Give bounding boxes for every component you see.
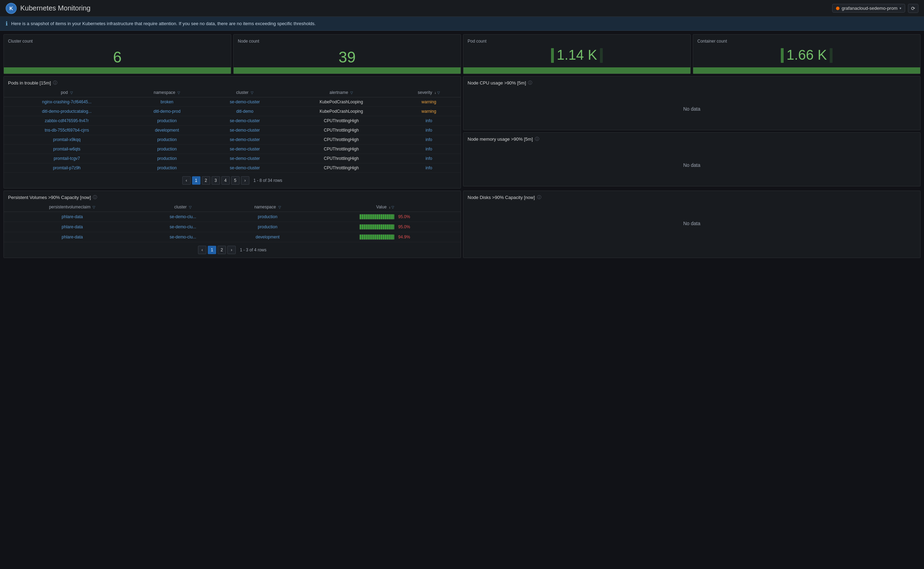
pvc-cell[interactable]: phlare-data (4, 222, 141, 232)
cluster-count-card: Cluster count 6 (3, 34, 231, 74)
pv-cluster-filter-icon[interactable]: ▽ (189, 205, 192, 209)
cluster-cell[interactable]: se-demo-cluster (204, 116, 286, 126)
progress-segment (389, 224, 391, 229)
table-row: zabbix-cdf476595-fn47r production se-dem… (4, 116, 461, 126)
pod-cell[interactable]: ditl-demo-productcatalog... (4, 107, 130, 116)
pv-panel-title: Persistent Volumes >90% Capacity [now] (8, 195, 91, 200)
pv-value-filter-icon[interactable]: ▽ (391, 205, 394, 209)
pods-col-alertname: alertname ▽ (285, 88, 397, 97)
pvc-cell[interactable]: phlare-data (4, 232, 141, 242)
datasource-selector[interactable]: grafanacloud-sedemo-prom ▾ (832, 4, 905, 12)
pv-page-next[interactable]: › (227, 246, 236, 254)
pv-page-1[interactable]: 1 (208, 246, 216, 254)
pv-value-sort-icon[interactable]: ↓ (389, 205, 390, 209)
pv-cluster-cell[interactable]: se-demo-clu... (141, 232, 225, 242)
alertname-cell: KubePodCrashLooping (285, 107, 397, 116)
pv-page-prev[interactable]: ‹ (198, 246, 206, 254)
pods-page-5[interactable]: 5 (231, 176, 239, 185)
progress-segment (368, 224, 370, 229)
namespace-cell[interactable]: ditl-demo-prod (130, 107, 204, 116)
severity-sort-icon[interactable]: ↓ (434, 91, 436, 94)
cluster-count-bar (4, 67, 231, 74)
namespace-cell[interactable]: production (130, 154, 204, 163)
table-row: promtail-x9kqq production se-demo-cluste… (4, 135, 461, 145)
progress-segment (376, 215, 378, 219)
node-cpu-info-icon[interactable]: ⓘ (528, 80, 532, 86)
pods-page-2[interactable]: 2 (202, 176, 210, 185)
refresh-button[interactable]: ⟳ (908, 4, 918, 13)
cluster-cell[interactable]: se-demo-cluster (204, 97, 286, 107)
cluster-cell[interactable]: se-demo-cluster (204, 126, 286, 135)
pv-namespace-cell[interactable]: production (225, 212, 310, 222)
namespace-cell[interactable]: production (130, 116, 204, 126)
node-memory-info-icon[interactable]: ⓘ (535, 136, 539, 142)
namespace-cell[interactable]: production (130, 145, 204, 154)
progress-segment (381, 234, 382, 239)
progress-bar (359, 234, 394, 240)
pods-page-next[interactable]: › (241, 176, 249, 185)
progress-segment (370, 234, 372, 239)
cluster-cell[interactable]: se-demo-cluster (204, 154, 286, 163)
cluster-cell[interactable]: se-demo-cluster (204, 145, 286, 154)
pods-page-4[interactable]: 4 (221, 176, 230, 185)
node-memory-panel: Node memory usage >90% [5m] ⓘ No data (463, 132, 921, 186)
cluster-filter-icon[interactable]: ▽ (251, 91, 254, 94)
pv-cluster-cell[interactable]: se-demo-clu... (141, 212, 225, 222)
node-disks-info-icon[interactable]: ⓘ (537, 195, 541, 200)
cluster-cell[interactable]: ditl-demo (204, 107, 286, 116)
pod-cell[interactable]: promtail-w6qts (4, 145, 130, 154)
progress-segment (387, 224, 389, 229)
right-panels: Node CPU usage >90% [5m] ⓘ No data Node … (463, 76, 921, 189)
namespace-cell[interactable]: production (130, 135, 204, 145)
pv-page-2[interactable]: 2 (218, 246, 226, 254)
pod-cell[interactable]: tns-db-755cf697b4-cjrrs (4, 126, 130, 135)
pods-col-pod: pod ▽ (4, 88, 130, 97)
progress-segment (362, 215, 364, 219)
table-row: phlare-data se-demo-clu... development 9… (4, 232, 461, 242)
namespace-filter-icon[interactable]: ▽ (177, 91, 180, 94)
pv-namespace-cell[interactable]: development (225, 232, 310, 242)
pod-cell[interactable]: promtail-x9kqq (4, 135, 130, 145)
namespace-cell[interactable]: broken (130, 97, 204, 107)
severity-cell: info (397, 116, 461, 126)
progress-segment (374, 215, 376, 219)
pods-panel-info-icon[interactable]: ⓘ (53, 80, 57, 86)
progress-segment (374, 234, 376, 239)
progress-segment (360, 234, 361, 239)
pv-info-icon[interactable]: ⓘ (93, 195, 97, 200)
pvc-cell[interactable]: phlare-data (4, 212, 141, 222)
pod-cell[interactable]: promtail-p7z9h (4, 163, 130, 173)
progress-segments (360, 215, 394, 219)
namespace-cell[interactable]: development (130, 126, 204, 135)
node-count-card: Node count 39 (233, 34, 461, 74)
progress-segment (366, 234, 368, 239)
pods-page-prev[interactable]: ‹ (182, 176, 191, 185)
progress-segment (387, 234, 389, 239)
pv-namespace-filter-icon[interactable]: ▽ (278, 205, 281, 209)
pv-cluster-cell[interactable]: se-demo-clu... (141, 222, 225, 232)
pod-filter-icon[interactable]: ▽ (70, 91, 73, 94)
progress-segment (374, 224, 376, 229)
node-disks-title: Node Disks >90% Capacity [now] (467, 195, 535, 200)
node-memory-title: Node memory usage >90% [5m] (467, 137, 533, 142)
namespace-cell[interactable]: production (130, 163, 204, 173)
alertname-cell: KubePodCrashLooping (285, 97, 397, 107)
progress-segment (362, 224, 364, 229)
severity-filter-icon[interactable]: ▽ (437, 91, 440, 94)
node-cpu-title: Node CPU usage >90% [5m] (467, 80, 526, 85)
node-count-label: Node count (238, 39, 457, 44)
pv-value-cell: 95.0% (310, 212, 461, 222)
pods-page-1[interactable]: 1 (192, 176, 201, 185)
alertname-cell: CPUThrottlingHigh (285, 145, 397, 154)
pv-namespace-cell[interactable]: production (225, 222, 310, 232)
pod-cell[interactable]: nginx-crashing-7cf64645... (4, 97, 130, 107)
pods-page-3[interactable]: 3 (212, 176, 220, 185)
alertname-filter-icon[interactable]: ▽ (350, 91, 353, 94)
pod-cell[interactable]: zabbix-cdf476595-fn47r (4, 116, 130, 126)
cluster-cell[interactable]: se-demo-cluster (204, 163, 286, 173)
middle-row: Pods in trouble [15m] ⓘ pod ▽ namespace … (3, 76, 921, 189)
pvc-filter-icon[interactable]: ▽ (93, 205, 95, 209)
pod-cell[interactable]: promtail-tcgv7 (4, 154, 130, 163)
progress-bar (359, 224, 394, 230)
cluster-cell[interactable]: se-demo-cluster (204, 135, 286, 145)
